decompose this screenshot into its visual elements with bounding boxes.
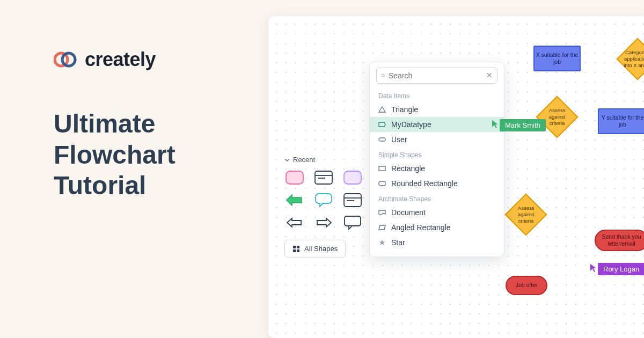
search-icon (381, 71, 385, 80)
svg-rect-18 (293, 249, 296, 252)
group-label: Data Items (370, 88, 504, 102)
svg-rect-7 (315, 171, 332, 184)
shape-item-document[interactable]: Document (370, 205, 504, 220)
flow-node-job-offer[interactable]: Job offer (506, 276, 547, 295)
group-label: Simple Shapes (370, 147, 504, 161)
roundrect-icon (378, 180, 386, 187)
flow-node-assess-1[interactable]: Assess against criteria (536, 95, 579, 138)
document-icon (378, 209, 386, 216)
svg-rect-15 (345, 216, 361, 226)
close-icon[interactable]: ✕ (486, 71, 493, 80)
shape-item-rounded-rectangle[interactable]: Rounded Rectangle (370, 176, 504, 191)
star-icon (378, 239, 386, 246)
svg-line-21 (384, 77, 385, 78)
palette-recent-header[interactable]: Recent (284, 156, 376, 164)
shape-pink-rounded[interactable] (284, 170, 305, 185)
shape-search-dropdown: ✕ Data Items Triangle MyDatatype User Si… (369, 62, 504, 257)
svg-point-20 (382, 74, 384, 77)
page-title: Ultimate Flowchart Tutorial (54, 108, 268, 201)
svg-rect-12 (344, 194, 361, 207)
svg-rect-23 (379, 166, 385, 171)
logo-mark-icon (54, 51, 79, 68)
svg-rect-19 (297, 249, 299, 252)
flow-node-y-suitable[interactable]: Y suitable for the job (598, 108, 644, 134)
shape-item-triangle[interactable]: Triangle (370, 102, 504, 117)
all-shapes-button[interactable]: All Shapes (284, 240, 346, 258)
search-input[interactable] (389, 71, 482, 80)
svg-rect-16 (293, 246, 296, 248)
group-label: Archimate Shapes (370, 191, 504, 205)
shapes-palette: Recent All Shapes (284, 156, 376, 258)
shape-item-user[interactable]: User (370, 132, 504, 147)
flow-node-thankyou[interactable]: Send thank you letter/email (595, 230, 644, 251)
flow-node-x-suitable[interactable]: X suitable for the job (533, 46, 581, 71)
svg-rect-6 (286, 171, 303, 184)
svg-rect-24 (379, 181, 385, 186)
pill-icon (378, 136, 386, 143)
shape-item-mydatatype[interactable]: MyDatatype (370, 117, 504, 132)
shape-item-star[interactable]: Star (370, 235, 504, 250)
grid-icon (292, 245, 300, 253)
cursor-icon (491, 119, 500, 129)
shape-speech-outline[interactable] (342, 215, 363, 230)
shape-item-angled-rectangle[interactable]: Angled Rectangle (370, 220, 504, 235)
flow-node-categorize[interactable]: Categorize applications into X and Y (616, 38, 644, 80)
shape-speech-cyan[interactable] (313, 193, 334, 208)
svg-rect-17 (297, 246, 299, 248)
rect-icon (378, 165, 386, 172)
collaborator-cursor-mark: Mark Smith (491, 119, 546, 131)
triangle-icon (378, 106, 386, 113)
editor-canvas[interactable]: X suitable for the job Categorize applic… (268, 16, 644, 338)
chevron-down-icon (284, 157, 290, 163)
search-input-wrapper[interactable]: ✕ (376, 68, 497, 84)
cursor-icon (589, 263, 598, 273)
shape-arrow-left-outline[interactable] (284, 215, 305, 230)
svg-rect-11 (316, 194, 332, 203)
brand-logo: creately (54, 48, 268, 71)
flow-node-assess-2[interactable]: Assess against criteria (504, 193, 547, 236)
collaborator-cursor-rory: Rory Logan (589, 263, 644, 275)
svg-rect-22 (379, 138, 385, 141)
shape-item-rectangle[interactable]: Rectangle (370, 161, 504, 176)
shape-arrow-right-outline[interactable] (313, 215, 334, 230)
svg-rect-10 (344, 171, 361, 184)
shape-card[interactable] (313, 170, 334, 185)
shape-card-2[interactable] (342, 193, 363, 208)
shape-purple-rounded[interactable] (342, 170, 363, 185)
angled-rect-icon (378, 224, 386, 231)
brand-name: creately (85, 48, 156, 71)
shape-green-arrow-left[interactable] (284, 193, 305, 208)
flag-icon (378, 121, 386, 128)
